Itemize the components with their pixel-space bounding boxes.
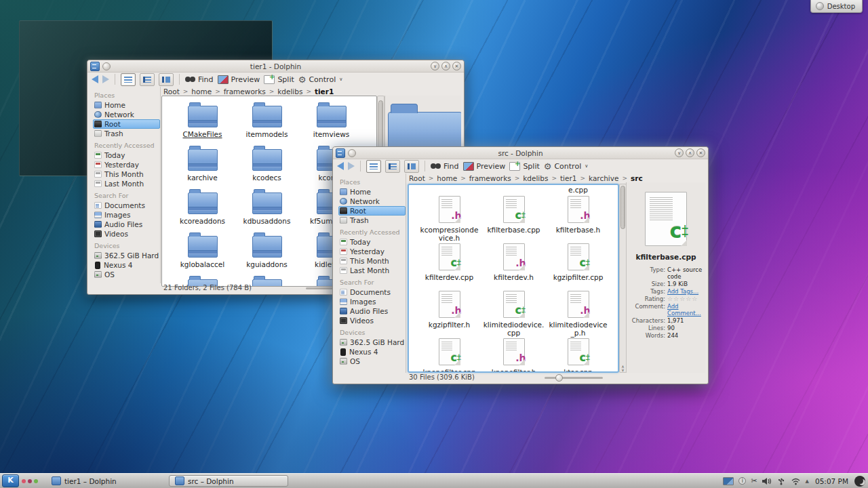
file-item[interactable]: c++.hkgzipfilter.h [417,289,481,337]
klipper-scissors-icon[interactable]: ✂ [751,477,757,485]
minimize-button[interactable]: ∨ [675,148,684,157]
close-button[interactable]: ✕ [452,62,461,70]
notifications-icon[interactable]: i [738,477,746,485]
sidebar-item-this-month[interactable]: This Month [93,169,160,179]
sidebar-item-yesterday[interactable]: Yesterday [93,160,160,169]
sidebar-item-network[interactable]: Network [338,197,406,206]
sidebar-item-this-month[interactable]: This Month [338,256,406,266]
sidebar-item-audio-files[interactable]: Audio Files [338,306,406,316]
sidebar-item-os[interactable]: OS [93,270,160,279]
breadcrumb-item[interactable]: Root [409,174,425,182]
tray-expander-icon[interactable]: ▲ [806,479,809,484]
folder-item[interactable]: kcodecs [235,142,299,186]
breadcrumb-item[interactable]: karchive [589,174,618,182]
sidebar-item-yesterday[interactable]: Yesterday [338,247,406,256]
taskbar-entry-tier1[interactable]: tier1 – Dolphin [46,475,165,487]
activity-dot-icon[interactable] [22,479,26,483]
breadcrumb-item[interactable]: Root [163,87,180,96]
find-button[interactable]: Find [185,75,214,84]
folder-item[interactable]: itemviews [299,99,363,142]
file-item[interactable]: c++.hktar.cpp [546,337,610,373]
sidebar-item-hard-drive[interactable]: 362.5 GiB Hard Drive [93,251,160,260]
add-tags-link[interactable]: Add Tags... [667,288,703,295]
preview-button[interactable]: Preview [218,75,260,84]
forward-button[interactable] [348,162,355,170]
sidebar-item-home[interactable]: Home [93,100,160,110]
scroll-down-icon[interactable]: ∨ [621,368,624,371]
details-view-button[interactable] [140,73,155,86]
breadcrumb-item[interactable]: frameworks [224,87,266,96]
breadcrumb-item[interactable]: kdelibs [277,87,302,96]
usb-device-icon[interactable] [776,477,786,485]
sidebar-item-home[interactable]: Home [338,187,406,197]
folder-item[interactable]: kcoreaddons [170,186,235,229]
breadcrumb-item[interactable]: tier1 [560,174,577,182]
control-button[interactable]: ⚙Control∨ [544,162,589,171]
file-item[interactable]: c++.hkfilterbase.h [546,195,610,242]
sidebar-item-root[interactable]: Root [93,119,160,129]
maximize-button[interactable]: ∧ [686,148,694,157]
file-item[interactable]: c++.hkfilterdev.cpp [417,242,481,289]
breadcrumb-item[interactable]: home [437,174,457,182]
desktop-toolbox-button[interactable]: Desktop [810,0,863,13]
sidebar-item-documents[interactable]: Documents [338,287,406,297]
icons-view-button[interactable] [366,160,381,173]
dolphin-app-icon[interactable] [90,62,100,71]
sidebar-item-images[interactable]: Images [338,297,406,306]
network-wifi-icon[interactable] [791,477,801,485]
titlebar-extra-button[interactable] [348,149,356,157]
panel-cashew-icon[interactable] [854,476,865,487]
volume-icon[interactable] [762,477,772,485]
file-item[interactable]: c++.hklimitediodevice_p.h [546,289,610,337]
breadcrumb-item[interactable]: frameworks [469,174,511,182]
clock[interactable]: 05:07 PM [815,477,848,485]
sidebar-item-trash[interactable]: Trash [338,216,406,225]
file-item[interactable]: c++.hkfilterdev.h [481,242,546,289]
split-button[interactable]: Split [509,162,539,171]
folder-item[interactable]: kglobalaccel [170,229,235,272]
sidebar-item-network[interactable]: Network [93,110,160,119]
minimize-button[interactable]: ∨ [431,62,439,70]
sidebar-item-images[interactable]: Images [93,210,160,220]
folder-item[interactable]: kguiaddons [235,229,299,272]
sidebar-item-trash[interactable]: Trash [93,129,160,138]
back-button[interactable] [337,162,344,170]
folder-item[interactable]: karchive [170,142,235,186]
icons-view-button[interactable] [121,73,136,86]
titlebar[interactable]: src - Dolphin ∨ ∧ ✕ [333,147,708,159]
sidebar-item-videos[interactable]: Videos [338,316,406,325]
file-item-partial[interactable]: e.cpp [546,186,610,194]
sidebar-item-root[interactable]: Root [338,206,406,216]
dolphin-app-icon[interactable] [336,148,345,158]
sidebar-item-nexus4[interactable]: Nexus 4 [93,260,160,270]
back-button[interactable] [92,75,98,83]
add-comment-link[interactable]: Add Comment... [667,303,703,317]
preview-button[interactable]: Preview [463,162,506,171]
file-item[interactable]: c++.hklimitediodevice.cpp [481,289,546,337]
taskbar-entry-src[interactable]: src – Dolphin [169,475,288,487]
folder-item[interactable]: itemmodels [235,99,299,142]
sidebar-item-os[interactable]: OS [338,357,406,366]
columns-view-button[interactable] [159,73,174,86]
details-view-button[interactable] [385,160,400,173]
find-button[interactable]: Find [431,162,459,171]
display-settings-icon[interactable] [723,477,734,485]
breadcrumb-item[interactable]: kdelibs [523,174,548,182]
sidebar-item-nexus4[interactable]: Nexus 4 [338,347,406,357]
rating-stars[interactable]: ☆☆☆☆☆ [667,296,703,302]
maximize-button[interactable]: ∧ [441,62,450,70]
breadcrumb-current[interactable]: tier1 [315,87,334,96]
sidebar-item-hard-drive[interactable]: 362.5 GiB Hard Drive [338,338,406,347]
split-button[interactable]: Split [264,75,294,84]
sidebar-item-last-month[interactable]: Last Month [93,179,160,188]
control-button[interactable]: ⚙Control∨ [298,75,343,84]
file-item[interactable]: c++.hkgzipfilter.cpp [546,242,610,289]
columns-view-button[interactable] [404,160,419,173]
kde-application-launcher-button[interactable]: K [2,474,19,487]
activity-dot-icon[interactable] [28,479,32,483]
forward-button[interactable] [102,75,109,83]
close-button[interactable]: ✕ [696,148,705,157]
zoom-slider-knob[interactable] [555,374,563,382]
folder-item[interactable]: CMakeFiles [170,99,235,142]
titlebar[interactable]: tier1 - Dolphin ∨ ∧ ✕ [87,60,464,73]
